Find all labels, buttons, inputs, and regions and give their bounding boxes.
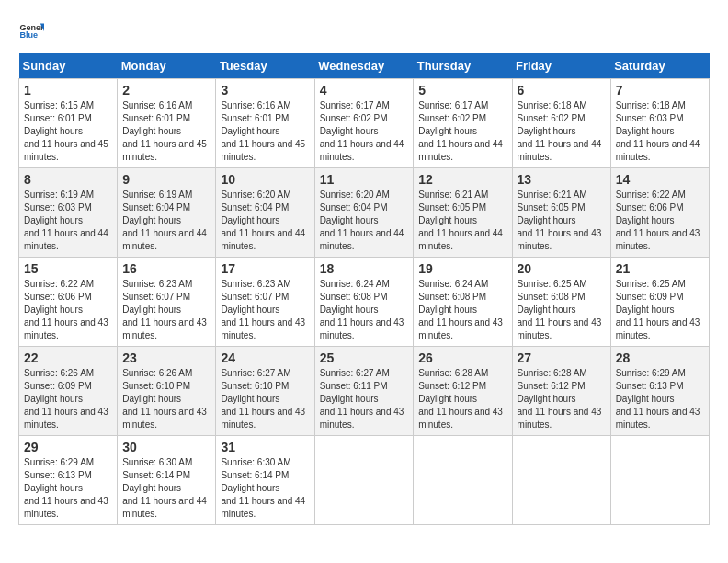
day-number: 1	[24, 83, 112, 98]
calendar-day-cell: 6 Sunrise: 6:18 AM Sunset: 6:02 PM Dayli…	[512, 79, 610, 168]
calendar-day-cell: 26 Sunrise: 6:28 AM Sunset: 6:12 PM Dayl…	[414, 347, 512, 436]
calendar-day-cell	[414, 436, 512, 525]
day-number: 14	[616, 172, 704, 187]
calendar-body: 1 Sunrise: 6:15 AM Sunset: 6:01 PM Dayli…	[19, 79, 710, 525]
calendar-header-day: Friday	[512, 53, 610, 79]
day-info: Sunrise: 6:23 AM Sunset: 6:07 PM Dayligh…	[221, 278, 309, 342]
day-info: Sunrise: 6:24 AM Sunset: 6:08 PM Dayligh…	[418, 278, 506, 342]
calendar-day-cell	[314, 436, 414, 525]
calendar-day-cell: 12 Sunrise: 6:21 AM Sunset: 6:05 PM Dayl…	[414, 168, 512, 258]
day-info: Sunrise: 6:28 AM Sunset: 6:12 PM Dayligh…	[418, 367, 506, 431]
day-number: 8	[24, 172, 112, 187]
page-header: General Blue	[18, 18, 710, 44]
day-number: 18	[320, 261, 409, 276]
day-number: 29	[24, 440, 112, 454]
day-number: 30	[122, 440, 210, 454]
calendar-day-cell: 29 Sunrise: 6:29 AM Sunset: 6:13 PM Dayl…	[19, 436, 118, 525]
calendar-header-day: Tuesday	[216, 53, 314, 79]
calendar-day-cell: 22 Sunrise: 6:26 AM Sunset: 6:09 PM Dayl…	[19, 347, 118, 436]
day-number: 19	[418, 261, 506, 276]
calendar-day-cell	[610, 436, 709, 525]
calendar-week-row: 29 Sunrise: 6:29 AM Sunset: 6:13 PM Dayl…	[19, 436, 710, 525]
calendar-day-cell: 25 Sunrise: 6:27 AM Sunset: 6:11 PM Dayl…	[314, 347, 414, 436]
day-number: 7	[616, 83, 704, 98]
calendar-day-cell: 31 Sunrise: 6:30 AM Sunset: 6:14 PM Dayl…	[216, 436, 314, 525]
day-info: Sunrise: 6:21 AM Sunset: 6:05 PM Dayligh…	[418, 189, 506, 253]
calendar-day-cell: 7 Sunrise: 6:18 AM Sunset: 6:03 PM Dayli…	[610, 79, 709, 168]
calendar-day-cell: 15 Sunrise: 6:22 AM Sunset: 6:06 PM Dayl…	[19, 258, 118, 347]
day-number: 20	[518, 261, 606, 276]
day-number: 6	[518, 83, 606, 98]
day-info: Sunrise: 6:29 AM Sunset: 6:13 PM Dayligh…	[24, 456, 112, 521]
calendar-day-cell: 23 Sunrise: 6:26 AM Sunset: 6:10 PM Dayl…	[118, 347, 216, 436]
day-number: 3	[221, 83, 309, 98]
day-number: 17	[221, 261, 309, 276]
calendar-header-day: Sunday	[19, 53, 118, 79]
day-number: 11	[320, 172, 409, 187]
day-number: 2	[122, 83, 210, 98]
day-info: Sunrise: 6:17 AM Sunset: 6:02 PM Dayligh…	[320, 99, 409, 164]
calendar-week-row: 1 Sunrise: 6:15 AM Sunset: 6:01 PM Dayli…	[19, 79, 710, 168]
day-info: Sunrise: 6:22 AM Sunset: 6:06 PM Dayligh…	[24, 278, 112, 342]
calendar-day-cell: 2 Sunrise: 6:16 AM Sunset: 6:01 PM Dayli…	[118, 79, 216, 168]
day-info: Sunrise: 6:16 AM Sunset: 6:01 PM Dayligh…	[221, 99, 309, 164]
calendar-day-cell: 18 Sunrise: 6:24 AM Sunset: 6:08 PM Dayl…	[314, 258, 414, 347]
calendar-day-cell: 5 Sunrise: 6:17 AM Sunset: 6:02 PM Dayli…	[414, 79, 512, 168]
day-info: Sunrise: 6:20 AM Sunset: 6:04 PM Dayligh…	[320, 189, 409, 253]
calendar-day-cell: 11 Sunrise: 6:20 AM Sunset: 6:04 PM Dayl…	[314, 168, 414, 258]
day-info: Sunrise: 6:30 AM Sunset: 6:14 PM Dayligh…	[122, 456, 210, 521]
day-info: Sunrise: 6:24 AM Sunset: 6:08 PM Dayligh…	[320, 278, 409, 342]
day-number: 9	[122, 172, 210, 187]
day-number: 25	[320, 350, 409, 365]
day-info: Sunrise: 6:27 AM Sunset: 6:10 PM Dayligh…	[221, 367, 309, 431]
day-info: Sunrise: 6:29 AM Sunset: 6:13 PM Dayligh…	[616, 367, 704, 431]
day-info: Sunrise: 6:18 AM Sunset: 6:03 PM Dayligh…	[616, 99, 704, 164]
calendar-day-cell: 13 Sunrise: 6:21 AM Sunset: 6:05 PM Dayl…	[512, 168, 610, 258]
calendar-header-day: Wednesday	[314, 53, 414, 79]
day-info: Sunrise: 6:30 AM Sunset: 6:14 PM Dayligh…	[221, 456, 309, 521]
svg-text:Blue: Blue	[19, 30, 38, 40]
logo: General Blue	[18, 18, 44, 44]
day-info: Sunrise: 6:23 AM Sunset: 6:07 PM Dayligh…	[122, 278, 210, 342]
day-info: Sunrise: 6:16 AM Sunset: 6:01 PM Dayligh…	[122, 99, 210, 164]
day-info: Sunrise: 6:22 AM Sunset: 6:06 PM Dayligh…	[616, 189, 704, 253]
day-info: Sunrise: 6:28 AM Sunset: 6:12 PM Dayligh…	[518, 367, 606, 431]
day-info: Sunrise: 6:27 AM Sunset: 6:11 PM Dayligh…	[320, 367, 409, 431]
day-info: Sunrise: 6:17 AM Sunset: 6:02 PM Dayligh…	[418, 99, 506, 164]
calendar-day-cell: 24 Sunrise: 6:27 AM Sunset: 6:10 PM Dayl…	[216, 347, 314, 436]
calendar-day-cell: 14 Sunrise: 6:22 AM Sunset: 6:06 PM Dayl…	[610, 168, 709, 258]
day-number: 12	[418, 172, 506, 187]
day-number: 16	[122, 261, 210, 276]
calendar-day-cell: 3 Sunrise: 6:16 AM Sunset: 6:01 PM Dayli…	[216, 79, 314, 168]
day-number: 22	[24, 350, 112, 365]
calendar-week-row: 22 Sunrise: 6:26 AM Sunset: 6:09 PM Dayl…	[19, 347, 710, 436]
calendar-day-cell: 20 Sunrise: 6:25 AM Sunset: 6:08 PM Dayl…	[512, 258, 610, 347]
day-info: Sunrise: 6:21 AM Sunset: 6:05 PM Dayligh…	[518, 189, 606, 253]
calendar-day-cell: 8 Sunrise: 6:19 AM Sunset: 6:03 PM Dayli…	[19, 168, 118, 258]
calendar-day-cell: 10 Sunrise: 6:20 AM Sunset: 6:04 PM Dayl…	[216, 168, 314, 258]
logo-icon: General Blue	[18, 18, 44, 44]
day-info: Sunrise: 6:20 AM Sunset: 6:04 PM Dayligh…	[221, 189, 309, 253]
day-number: 23	[122, 350, 210, 365]
calendar-header-day: Thursday	[414, 53, 512, 79]
day-info: Sunrise: 6:18 AM Sunset: 6:02 PM Dayligh…	[518, 99, 606, 164]
calendar-day-cell: 21 Sunrise: 6:25 AM Sunset: 6:09 PM Dayl…	[610, 258, 709, 347]
calendar-day-cell: 28 Sunrise: 6:29 AM Sunset: 6:13 PM Dayl…	[610, 347, 709, 436]
calendar-table: SundayMondayTuesdayWednesdayThursdayFrid…	[18, 53, 710, 525]
calendar-day-cell: 16 Sunrise: 6:23 AM Sunset: 6:07 PM Dayl…	[118, 258, 216, 347]
day-number: 4	[320, 83, 409, 98]
day-number: 27	[518, 350, 606, 365]
day-number: 10	[221, 172, 309, 187]
calendar-day-cell: 17 Sunrise: 6:23 AM Sunset: 6:07 PM Dayl…	[216, 258, 314, 347]
day-info: Sunrise: 6:26 AM Sunset: 6:10 PM Dayligh…	[122, 367, 210, 431]
calendar-day-cell: 4 Sunrise: 6:17 AM Sunset: 6:02 PM Dayli…	[314, 79, 414, 168]
calendar-day-cell	[512, 436, 610, 525]
calendar-week-row: 15 Sunrise: 6:22 AM Sunset: 6:06 PM Dayl…	[19, 258, 710, 347]
day-number: 21	[616, 261, 704, 276]
day-info: Sunrise: 6:15 AM Sunset: 6:01 PM Dayligh…	[24, 99, 112, 164]
calendar-day-cell: 27 Sunrise: 6:28 AM Sunset: 6:12 PM Dayl…	[512, 347, 610, 436]
day-number: 28	[616, 350, 704, 365]
calendar-week-row: 8 Sunrise: 6:19 AM Sunset: 6:03 PM Dayli…	[19, 168, 710, 258]
calendar-day-cell: 1 Sunrise: 6:15 AM Sunset: 6:01 PM Dayli…	[19, 79, 118, 168]
day-info: Sunrise: 6:26 AM Sunset: 6:09 PM Dayligh…	[24, 367, 112, 431]
